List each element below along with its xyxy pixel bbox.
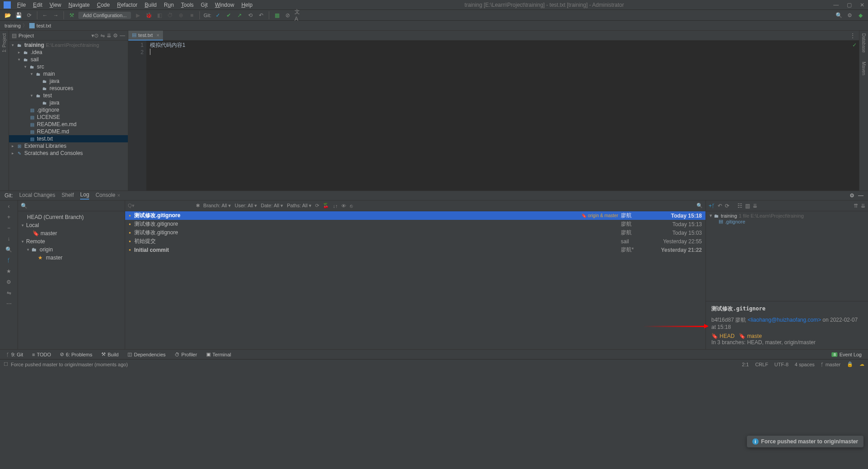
open-icon[interactable]: 📂 <box>4 11 12 19</box>
event-log-button[interactable]: 8Event Log <box>828 352 865 357</box>
tree-row[interactable]: ▸⊞External Libraries <box>9 142 128 150</box>
sort-icon[interactable]: ↓↑ <box>333 203 338 209</box>
search-icon[interactable]: 🔍 <box>5 246 12 253</box>
menu-view[interactable]: View <box>47 1 64 9</box>
back-icon[interactable]: ← <box>41 11 49 19</box>
tree-row[interactable]: 🖿java <box>9 77 128 85</box>
menu-refactor[interactable]: Refactor <box>114 1 140 9</box>
tree-row[interactable]: ▤.gitignore <box>9 106 128 114</box>
head-branch-row[interactable]: HEAD (Current Branch) <box>18 213 125 221</box>
debug-icon[interactable]: 🐞 <box>145 11 153 19</box>
caret-position[interactable]: 2:1 <box>742 362 749 367</box>
remote-origin-master[interactable]: ★master <box>18 254 125 262</box>
branch-filter[interactable]: Branch: All ▾ <box>203 203 231 209</box>
new-changelist-icon[interactable]: +ᚶ <box>709 203 715 209</box>
stop-icon[interactable]: ■ <box>188 11 196 19</box>
user-filter[interactable]: User: All ▾ <box>235 203 257 209</box>
tree-row[interactable]: ▤README.en.md <box>9 121 128 128</box>
run-icon[interactable]: ▶ <box>134 11 142 19</box>
sync-icon[interactable]: ⟳ <box>25 11 33 19</box>
tree-row[interactable]: ▾🖿test <box>9 92 128 99</box>
log-row[interactable]: ●测试修改.gitignore廖航Today 15:13 <box>125 220 705 228</box>
todo-tool-button[interactable]: ≡TODO <box>28 352 54 357</box>
git-branch-status[interactable]: ᚶ master <box>821 362 841 367</box>
maximize-icon[interactable]: ▢ <box>847 2 852 8</box>
branch-icon[interactable]: ᚶ <box>7 257 10 264</box>
tree-row[interactable]: ▤test.txt <box>9 135 128 142</box>
project-tree[interactable]: ▾🖿trainingE:\Learn\Project\training▸🖿.id… <box>9 41 128 191</box>
menu-tools[interactable]: Tools <box>178 1 196 9</box>
more-icon[interactable]: ⋯ <box>6 301 12 307</box>
gear-icon[interactable]: ⚙ <box>850 192 854 199</box>
changed-file-gitignore[interactable]: ▤ .gitignore <box>710 219 864 224</box>
menu-window[interactable]: Window <box>212 1 237 9</box>
coverage-icon[interactable]: ◧ <box>155 11 163 19</box>
project-header-label[interactable]: Project <box>18 33 91 38</box>
menu-git[interactable]: Git <box>198 1 210 9</box>
search-icon[interactable]: 🔍 <box>21 203 27 209</box>
hide-icon[interactable]: — <box>858 192 863 199</box>
tree-row[interactable]: ▾🖿src <box>9 63 128 70</box>
tree-row[interactable]: ▾🖿sail <box>9 56 128 63</box>
changed-files-root[interactable]: ▾ 🖿 training 1 file E:\Learn\Project\tra… <box>710 213 864 219</box>
flatten-icon[interactable]: ▥ <box>745 203 750 209</box>
git-tool-button[interactable]: ᚶ9: Git <box>3 352 27 357</box>
terminal-tool-button[interactable]: ▣Terminal <box>203 351 235 357</box>
tree-row[interactable]: 🖿java <box>9 99 128 106</box>
tree-row[interactable]: ▾🖿main <box>9 70 128 77</box>
breadcrumb-root[interactable]: training <box>5 23 21 28</box>
inspection-ok-icon[interactable]: ✓ <box>852 42 857 48</box>
tree-row[interactable]: 🖿resources <box>9 85 128 92</box>
filter-regex-icon[interactable]: ✱ <box>196 203 200 209</box>
remote-branches-group[interactable]: ▾Remote <box>18 237 125 246</box>
log-row[interactable]: ●初始提交sailYesterday 22:55 <box>125 237 705 246</box>
favorite-icon[interactable]: ★ <box>6 268 11 274</box>
indent-settings[interactable]: 4 spaces <box>795 362 814 367</box>
minimize-icon[interactable]: — <box>833 2 839 8</box>
history-icon[interactable]: ⟲ <box>246 11 254 19</box>
cherry-pick-icon[interactable]: 🍒 <box>323 203 329 209</box>
select-opened-file-icon[interactable]: ⊙ <box>94 32 99 39</box>
refresh-icon[interactable]: ⟳ <box>315 203 319 209</box>
problems-tool-button[interactable]: ⊘6: Problems <box>56 351 96 357</box>
eye-icon[interactable]: 👁 <box>341 203 346 209</box>
profile-icon[interactable]: ⏱ <box>166 11 174 19</box>
hammer-icon[interactable]: ⚒ <box>68 11 76 19</box>
forward-icon[interactable]: → <box>52 11 60 19</box>
tree-row[interactable]: ▸✎Scratches and Consoles <box>9 150 128 157</box>
back-icon[interactable]: ‹ <box>8 203 10 209</box>
profiler-tool-button[interactable]: ⏱Profiler <box>171 352 201 357</box>
expand-icon[interactable]: ⇊ <box>753 203 757 209</box>
editor[interactable]: 1 2 模拟代码内容1 <box>128 41 859 191</box>
compare-icon[interactable]: ⇋ <box>7 290 11 296</box>
services-icon[interactable]: ⊘ <box>284 11 292 19</box>
log-row[interactable]: ●Initial commit廖航*Yesterday 21:22 <box>125 246 705 254</box>
dependencies-tool-button[interactable]: ◫Dependencies <box>124 351 169 357</box>
close-console-tab-icon[interactable]: × <box>117 192 120 199</box>
log-list[interactable]: ●测试修改.gitignore🔖 origin & master廖航Today … <box>125 211 705 349</box>
project-view-selector-icon[interactable]: ▤ <box>12 32 17 39</box>
expand-all-icon[interactable]: ⇊ <box>861 203 865 209</box>
quick-list-icon[interactable]: ☐ <box>4 361 8 367</box>
paths-filter[interactable]: Paths: All ▾ <box>287 203 312 209</box>
group-by-icon[interactable]: ☷ <box>737 203 742 209</box>
remove-icon[interactable]: − <box>7 225 10 231</box>
intellisort-icon[interactable]: ⎋ <box>350 203 353 209</box>
database-tool-button[interactable]: Database <box>861 33 866 53</box>
log-search-icon[interactable]: Q▾ <box>128 203 135 209</box>
translate-icon[interactable]: 文A <box>294 11 303 19</box>
build-tool-button[interactable]: ⚒Build <box>98 351 122 357</box>
tab-options-icon[interactable]: ⋮ <box>850 32 855 39</box>
tree-row[interactable]: ▤README.md <box>9 128 128 135</box>
breadcrumb-file[interactable]: test.txt <box>36 23 51 28</box>
gear-icon[interactable]: ⚙ <box>6 279 11 285</box>
local-branches-group[interactable]: ▾Local <box>18 221 125 229</box>
local-branch-master[interactable]: 🔖master <box>18 229 125 237</box>
refresh-icon[interactable]: ⟳ <box>725 203 729 209</box>
attach-icon[interactable]: ⊕ <box>177 11 185 19</box>
hide-icon[interactable]: — <box>120 32 125 39</box>
find-icon[interactable]: 🔍 <box>696 203 703 209</box>
rollback-icon[interactable]: ↶ <box>257 11 265 19</box>
arrow-down-icon[interactable]: ↓ <box>8 236 10 242</box>
menu-help[interactable]: Help <box>239 1 255 9</box>
